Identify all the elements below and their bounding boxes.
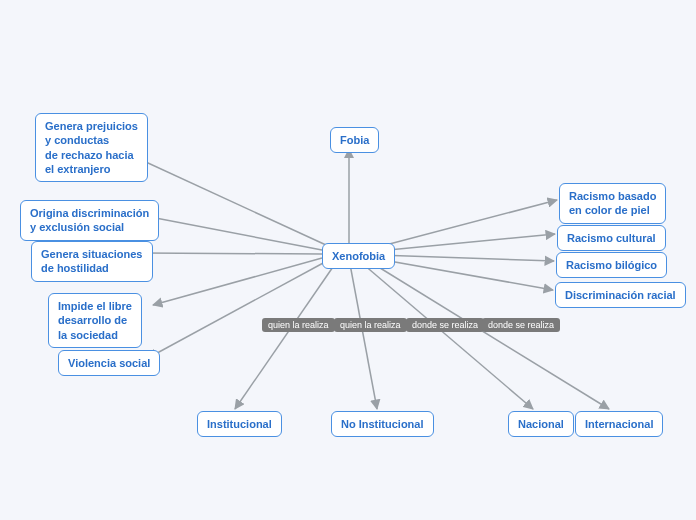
node-racismo-cultural[interactable]: Racismo cultural xyxy=(557,225,666,251)
svg-line-4 xyxy=(153,258,322,305)
edge-label-donde-1: donde se realiza xyxy=(406,318,484,332)
node-institucional[interactable]: Institucional xyxy=(197,411,282,437)
node-internacional[interactable]: Internacional xyxy=(575,411,663,437)
node-impide[interactable]: Impide el libre desarrollo de la socieda… xyxy=(48,293,142,348)
svg-line-13 xyxy=(378,259,553,290)
node-nacional[interactable]: Nacional xyxy=(508,411,574,437)
svg-line-8 xyxy=(363,264,533,409)
edge-label-quien-1: quien la realiza xyxy=(262,318,335,332)
svg-line-6 xyxy=(235,264,335,409)
node-discriminacion[interactable]: Origina discriminación y exclusión socia… xyxy=(20,200,159,241)
node-no-institucional[interactable]: No Institucional xyxy=(331,411,434,437)
node-violencia[interactable]: Violencia social xyxy=(58,350,160,376)
svg-line-1 xyxy=(135,157,326,245)
node-center-xenofobia[interactable]: Xenofobia xyxy=(322,243,395,269)
node-fobia[interactable]: Fobia xyxy=(330,127,379,153)
svg-line-3 xyxy=(142,253,322,254)
svg-line-11 xyxy=(378,234,555,251)
node-discriminacion-racial[interactable]: Discriminación racial xyxy=(555,282,686,308)
mindmap-canvas: Xenofobia Fobia Genera prejuicios y cond… xyxy=(0,0,696,520)
edge-label-quien-2: quien la realiza xyxy=(334,318,407,332)
svg-line-5 xyxy=(148,262,325,358)
svg-line-7 xyxy=(350,264,377,409)
svg-line-2 xyxy=(140,215,322,250)
svg-line-10 xyxy=(378,200,557,247)
edge-label-donde-2: donde se realiza xyxy=(482,318,560,332)
node-prejuicios[interactable]: Genera prejuicios y conductas de rechazo… xyxy=(35,113,148,182)
node-racismo-bio[interactable]: Racismo bilógico xyxy=(556,252,667,278)
node-hostilidad[interactable]: Genera situaciones de hostilidad xyxy=(31,241,153,282)
svg-line-12 xyxy=(378,255,554,261)
node-racismo-piel[interactable]: Racismo basado en color de piel xyxy=(559,183,666,224)
